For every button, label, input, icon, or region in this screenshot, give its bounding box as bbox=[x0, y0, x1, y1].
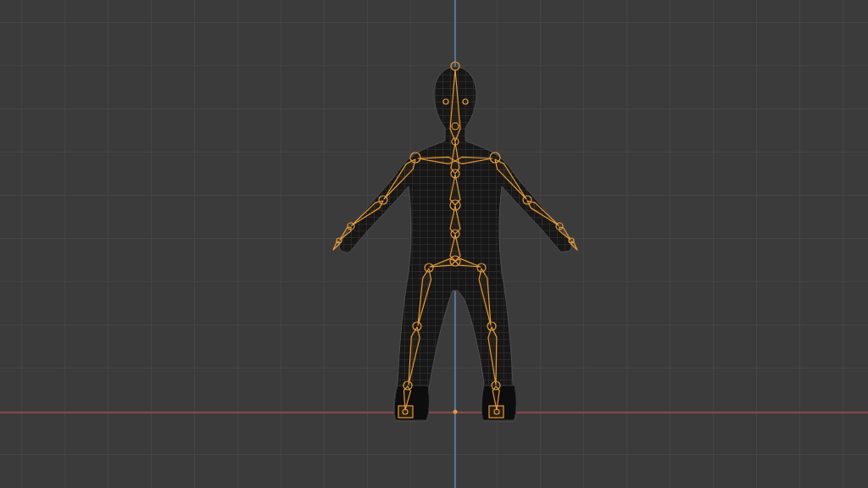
armature-overlay[interactable] bbox=[333, 62, 577, 418]
3d-viewport[interactable] bbox=[0, 0, 868, 488]
origin-dot bbox=[453, 410, 458, 414]
armature-foot-box[interactable] bbox=[398, 406, 413, 418]
armature-foot-box[interactable] bbox=[489, 406, 504, 418]
scene-canvas[interactable] bbox=[0, 0, 868, 488]
